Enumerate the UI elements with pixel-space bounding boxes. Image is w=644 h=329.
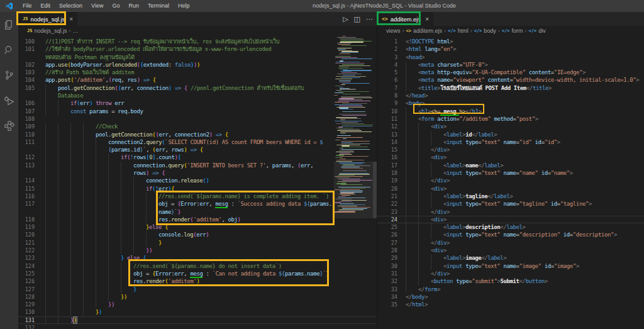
close-tab-icon[interactable]: × xyxy=(69,16,73,23)
code-line-116[interactable]: 116//res.send(`${params.name} is complet… xyxy=(18,192,377,200)
code-line-wrap[interactable]: Database xyxy=(18,92,377,99)
code-line-126[interactable]: 126res.render('additem') xyxy=(18,277,377,285)
code-line-16[interactable]: 16<div> xyxy=(377,153,644,161)
vertical-scrollbar[interactable] xyxy=(373,36,377,329)
code-line-wrap[interactable]: {params.id}`, (err, rows) => { xyxy=(18,146,377,153)
code-line-17[interactable]: 17<label>name</label> xyxy=(377,162,644,169)
code-line-120[interactable]: 120console.log(err) xyxy=(18,231,377,238)
code-line-12[interactable]: 12<div> xyxy=(377,123,644,130)
code-line-111[interactable]: 111connection2.query(`SELECT COUNT(id) A… xyxy=(18,138,377,146)
code-line-11[interactable]: 11<form action="/additem" method="post"> xyxy=(377,115,644,123)
run-icon[interactable]: ▷ xyxy=(343,12,348,26)
code-line-131[interactable]: 131}) xyxy=(18,316,377,324)
code-line-113[interactable]: 113connection.query('INSERT INTO beers S… xyxy=(18,162,377,169)
code-line-28[interactable]: 28<div> xyxy=(377,247,644,254)
code-line-132[interactable]: 132 xyxy=(18,324,377,329)
code-line-20[interactable]: 20<div> xyxy=(377,185,644,192)
code-line-10[interactable]: 10<h1><%= mesg %></h1> xyxy=(377,108,644,115)
code-line-21[interactable]: 21<label>tagline</label> xyxy=(377,192,644,200)
code-line-100[interactable]: 100//(1)POST ทำการ INSERT --> req รับข้อ… xyxy=(18,38,377,45)
code-line-118[interactable]: 118res.render('additem', obj) xyxy=(18,216,377,223)
code-line-23[interactable]: 23</div> xyxy=(377,208,644,216)
breadcrumb-item--[interactable]: … xyxy=(72,28,78,34)
code-line-13[interactable]: 13<label>id</label> xyxy=(377,131,644,138)
code-line-124[interactable]: 124//res.send(`${params.name} do not ins… xyxy=(18,262,377,270)
code-area-left[interactable]: 100//(1)POST ทำการ INSERT --> req รับข้อ… xyxy=(18,38,377,329)
code-line-128[interactable]: 128}) xyxy=(18,293,377,301)
search-icon[interactable] xyxy=(0,37,18,62)
code-line-5[interactable]: 5<meta http-equiv="X-UA-Compatible" cont… xyxy=(377,69,644,76)
code-line-14[interactable]: 14<input type="text" name="id" id="id"> xyxy=(377,138,644,146)
code-line-108[interactable]: 108 xyxy=(18,115,377,123)
editor-left[interactable]: 100//(1)POST ทำการ INSERT --> req รับข้อ… xyxy=(18,36,377,329)
tab-additem-ejs[interactable]: <> additem.ejs × xyxy=(377,12,433,26)
code-line-103[interactable]: 103//สร้าง Path ของเว็บไซต์ additem xyxy=(18,69,377,76)
breadcrumb-item-additem-ejs[interactable]: <>additem.ejs xyxy=(406,28,442,34)
code-line-32[interactable]: 32<button type="submit">Submit</button> xyxy=(377,277,644,285)
code-line-107[interactable]: 107const params = req.body xyxy=(18,108,377,115)
menu-item-help[interactable]: Help xyxy=(174,0,194,12)
breadcrumb-item-body[interactable]: </>body xyxy=(474,28,496,34)
code-line-112[interactable]: 112if(!rows[0].count){ xyxy=(18,153,377,161)
code-line-129[interactable]: 129}) xyxy=(18,301,377,308)
breadcrumb-item-html[interactable]: </>html xyxy=(448,28,469,34)
code-line-35[interactable]: 35</html> xyxy=(377,301,644,308)
code-line-8[interactable]: 8</head> xyxy=(377,92,644,99)
code-line-22[interactable]: 22<input type="text" name="tagline" id="… xyxy=(377,200,644,208)
code-line-130[interactable]: 130}) xyxy=(18,308,377,316)
code-line-117[interactable]: 117obj = {Error:err, mesg : `Success add… xyxy=(18,200,377,208)
code-line-29[interactable]: 29<label>image</label> xyxy=(377,254,644,262)
code-line-33[interactable]: 33</form> xyxy=(377,286,644,293)
code-line-1[interactable]: 1<!DOCTYPE html> xyxy=(377,38,644,45)
code-line-119[interactable]: 119}else { xyxy=(18,223,377,231)
menu-item-view[interactable]: View xyxy=(87,0,108,12)
code-line-115[interactable]: 115if(!err){ xyxy=(18,185,377,192)
code-line-wrap[interactable]: name}`} xyxy=(18,208,377,216)
minimap[interactable] xyxy=(334,36,373,329)
code-line-6[interactable]: 6<meta name="viewport" content="width=de… xyxy=(377,76,644,84)
code-line-101[interactable]: 101//ใช้คำสั่ง bodyParser.urlencoded เพื… xyxy=(18,45,377,53)
code-line-2[interactable]: 2<html lang="en"> xyxy=(377,45,644,53)
code-line-109[interactable]: 109//Check xyxy=(18,123,377,130)
code-line-125[interactable]: 125obj = {Error:err, mesg : `Can not add… xyxy=(18,270,377,277)
split-editor-icon[interactable]: ◫ xyxy=(354,12,360,26)
menu-item-run[interactable]: Run xyxy=(124,0,143,12)
extensions-icon[interactable] xyxy=(0,113,18,138)
code-line-4[interactable]: 4<meta charset="UTF-8"> xyxy=(377,61,644,69)
breadcrumb-item-nodejs-sql-js[interactable]: JSnodejs_sql.js xyxy=(27,28,67,34)
tab-nodejs-sql-js[interactable]: JS nodejs_sql.js × xyxy=(18,12,77,26)
source-control-icon[interactable] xyxy=(0,62,18,87)
code-line-104[interactable]: 104app.post('/additem',(req, res) => { xyxy=(18,76,377,84)
code-line-27[interactable]: 27</div> xyxy=(377,239,644,247)
menu-item-edit[interactable]: Edit xyxy=(36,0,55,12)
code-line-127[interactable]: 127} xyxy=(18,286,377,293)
code-line-15[interactable]: 15</div> xyxy=(377,146,644,153)
run-debug-icon[interactable] xyxy=(0,87,18,113)
editor-right[interactable]: 1<!DOCTYPE html>2<html lang="en">3<head>… xyxy=(377,36,644,329)
code-line-105[interactable]: 105pool.getConnection((err, connection) … xyxy=(18,84,377,92)
code-line-123[interactable]: 123} else { xyxy=(18,254,377,262)
code-line-9[interactable]: 9<body> xyxy=(377,99,644,107)
scrollbar-thumb[interactable] xyxy=(373,162,377,218)
code-line-102[interactable]: 102app.use(bodyParser.urlencoded({extend… xyxy=(18,61,377,69)
code-line-19[interactable]: 19</div> xyxy=(377,177,644,184)
code-line-26[interactable]: 26<input type="text" name="description" … xyxy=(377,231,644,238)
menu-item-file[interactable]: File xyxy=(18,0,36,12)
code-line-wrap[interactable]: ทดสอบด้วย Postman ลงฐานข้อมูลได้ xyxy=(18,53,377,61)
close-tab-icon[interactable]: × xyxy=(425,16,429,23)
breadcrumb-item-views[interactable]: views xyxy=(386,28,401,34)
code-line-106[interactable]: 106if(err) throw err xyxy=(18,99,377,107)
menu-item-terminal[interactable]: Terminal xyxy=(143,0,174,12)
menu-item-selection[interactable]: Selection xyxy=(55,0,87,12)
code-line-34[interactable]: 34</body> xyxy=(377,293,644,301)
explorer-icon[interactable] xyxy=(0,12,18,37)
code-line-110[interactable]: 110pool.getConnection((err, connection2)… xyxy=(18,131,377,138)
code-area-right[interactable]: 1<!DOCTYPE html>2<html lang="en">3<head>… xyxy=(377,38,644,308)
code-line-18[interactable]: 18<input type="text" name="name" id="nam… xyxy=(377,169,644,177)
code-line-30[interactable]: 30<input type="text" name="image" id="im… xyxy=(377,262,644,270)
code-line-121[interactable]: 121} xyxy=(18,239,377,247)
code-line-25[interactable]: 25<label>description</label> xyxy=(377,223,644,231)
code-line-7[interactable]: 7<title>โรงเบียร์ไทยแลนด์ POST Add Item<… xyxy=(377,84,644,92)
code-line-wrap[interactable]: rows) => { xyxy=(18,169,377,177)
code-line-31[interactable]: 31</div> xyxy=(377,270,644,277)
